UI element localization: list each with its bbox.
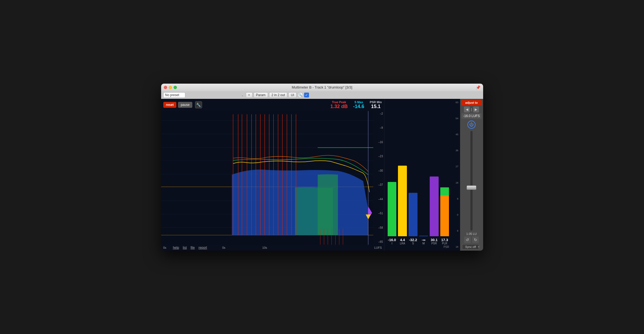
param-button[interactable]: Param — [254, 92, 268, 98]
bar-section: -16.0 I 4.4 LRA -32.2 S -∞ M — [384, 99, 460, 251]
bar-LRA — [398, 166, 407, 236]
bar-M-wrap — [419, 236, 428, 236]
add-button[interactable]: + — [246, 92, 253, 98]
sync-select[interactable]: Sync off — [462, 244, 479, 250]
db-scale-value: –51 — [373, 212, 383, 215]
lufs-label: LUFS — [374, 246, 382, 249]
settings-button[interactable]: 🔧 — [195, 101, 202, 108]
lufs-display: -16.0 LUFS — [461, 113, 481, 119]
bar-LRA-wrap — [398, 166, 407, 236]
power-button[interactable]: ⏻ — [467, 121, 476, 129]
preset-select[interactable]: No preset — [163, 92, 185, 98]
rdb-n9: 9 — [452, 229, 458, 232]
bar-name-PLR: PLR — [440, 242, 449, 245]
bar-PLR-fill — [440, 187, 449, 236]
bar-I-fill — [388, 182, 397, 236]
bar-name-S: S — [409, 242, 417, 245]
fader-thumb[interactable] — [467, 185, 476, 190]
rdb-9: 9 — [452, 197, 458, 200]
bar-label-S: -32.2 S — [409, 238, 417, 245]
bar-PSR — [430, 177, 439, 236]
bar-S-fill — [409, 193, 417, 236]
undo-button[interactable]: ↺ — [464, 237, 471, 243]
bottom-controls: 0s help list file report 0s 10s LUFS — [161, 245, 384, 251]
rdb-54: 54 — [452, 117, 458, 120]
smax-label: S Max — [353, 100, 364, 104]
rdb-27: 27 — [452, 165, 458, 168]
sync-wrap: Sync off — [462, 244, 481, 250]
meter-area: reset pause 🔧 True Peak 1.32 dB S Max -1… — [161, 99, 384, 251]
arrow-controls: ◀ | ▶ — [464, 106, 479, 112]
main-window: Multimeter B - Track 1 "drumloop" [3/3] … — [161, 84, 483, 251]
time-mid: 10s — [262, 246, 267, 249]
bar-name-I: I — [388, 242, 397, 245]
bar-LRA-fill — [398, 166, 407, 236]
nav-links: help list file report — [173, 246, 207, 250]
stats-display: True Peak 1.32 dB S Max -14.6 PSR Min 15… — [330, 100, 382, 109]
right-db-scale: 63 54 45 36 27 18 9 0 9 18 — [451, 100, 459, 250]
db-scale: –2 –9 –16 –23 –30 –37 –44 –51 –58 –65 — [373, 111, 384, 245]
close-button[interactable] — [164, 86, 167, 89]
list-link[interactable]: list — [183, 246, 187, 250]
preset-wrap: No preset — [163, 92, 245, 98]
db-scale-value: –23 — [373, 155, 383, 158]
reset-button[interactable]: reset — [163, 102, 177, 108]
pin-icon[interactable]: 📌 — [476, 85, 480, 90]
traffic-lights — [164, 86, 177, 89]
bar-PSR-fill — [430, 177, 439, 236]
bar-value-LRA: 4.4 — [398, 238, 407, 242]
bar-I-wrap — [388, 182, 397, 236]
true-peak-stat: True Peak 1.32 dB — [330, 100, 348, 109]
search-icon[interactable]: 🔍 — [298, 92, 303, 98]
rdb-n18: 18 — [452, 245, 458, 248]
bar-meters-row — [385, 100, 451, 237]
help-link[interactable]: help — [173, 246, 179, 250]
report-link[interactable]: report — [199, 246, 207, 250]
bar-name-PSR: PSR — [430, 242, 439, 245]
undo-redo-controls: ↺ ↻ — [464, 237, 479, 243]
true-peak-label: True Peak — [330, 100, 348, 104]
rdb-18: 18 — [452, 181, 458, 184]
bar-label-M: -∞ M — [419, 238, 428, 245]
bar-value-PSR: 30.1 — [430, 238, 439, 242]
adjust-button[interactable]: adjust to — [461, 100, 482, 105]
bar-labels: -16.0 I 4.4 LRA -32.2 S -∞ M — [385, 237, 451, 245]
db-scale-value: –2 — [373, 112, 383, 115]
minimize-button[interactable] — [169, 86, 172, 89]
true-peak-value: 1.32 dB — [330, 104, 348, 109]
maximize-button[interactable] — [174, 86, 177, 89]
rdb-0: 0 — [452, 213, 458, 216]
waveform-canvas[interactable] — [161, 111, 373, 245]
psrmin-label: PSR Min — [370, 100, 382, 104]
fader-track — [470, 131, 473, 231]
check-icon[interactable]: ✓ — [304, 93, 309, 97]
db-scale-value: –44 — [373, 198, 383, 201]
toolbar: No preset + Param 2 in 2 out UI 🔍 ✓ — [161, 91, 483, 99]
redo-button[interactable]: ↻ — [472, 237, 479, 243]
psr-label: PSR — [385, 245, 451, 250]
io-display: 2 in 2 out — [269, 92, 287, 98]
db-scale-value: –58 — [373, 226, 383, 229]
rdb-36: 36 — [452, 149, 458, 152]
bar-label-PSR: 30.1 PSR — [430, 238, 439, 245]
bar-PLR-wrap — [440, 187, 449, 236]
waveform-svg — [161, 111, 373, 245]
pause-button[interactable]: pause — [178, 102, 192, 108]
bar-value-I: -16.0 — [388, 238, 397, 242]
right-panel: adjust to ◀ | ▶ -16.0 LUFS ⏻ 1.05 LU ↺ ↻… — [460, 99, 483, 251]
ui-button[interactable]: UI — [288, 92, 297, 98]
lu-display: 1.05 LU — [466, 232, 477, 235]
main-content: reset pause 🔧 True Peak 1.32 dB S Max -1… — [161, 99, 483, 251]
db-scale-value: –30 — [373, 169, 383, 172]
bar-name-LRA: LRA — [398, 242, 407, 245]
db-scale-value: –16 — [373, 141, 383, 144]
smax-value: -14.6 — [353, 104, 364, 109]
bar-label-PLR: 17.3 PLR — [440, 238, 449, 245]
arrow-left-button[interactable]: ◀ — [464, 106, 470, 112]
divider: | — [471, 108, 472, 111]
arrow-right-button[interactable]: ▶ — [473, 106, 479, 112]
bar-S — [409, 193, 417, 236]
bar-meters-area: -16.0 I 4.4 LRA -32.2 S -∞ M — [385, 100, 451, 250]
waveform-container: –2 –9 –16 –23 –30 –37 –44 –51 –58 –65 — [161, 111, 384, 245]
file-link[interactable]: file — [190, 246, 195, 250]
